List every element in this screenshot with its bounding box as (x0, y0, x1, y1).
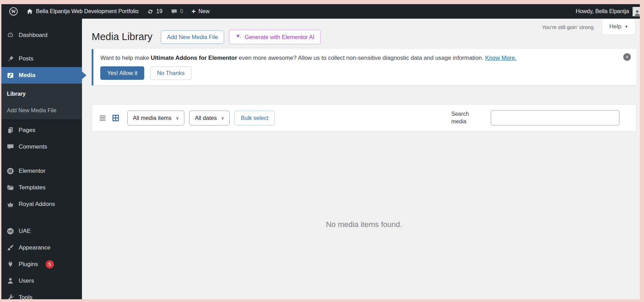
comments-menu[interactable]: 0 (167, 4, 187, 19)
new-label: New (199, 8, 210, 15)
folder-icon (7, 184, 14, 191)
plug-icon (7, 261, 14, 268)
howdy-label: Howdy, Bella Elpantja (576, 8, 629, 15)
media-filter-toolbar: All media items ∨ All dates ∨ Bulk selec… (92, 104, 636, 132)
sidebar-item-label: Appearance (19, 244, 50, 251)
site-name-label: Bella Elpantja Web Development Portfolio (36, 8, 139, 15)
allow-diagnostics-button[interactable]: Yes! Allow it (100, 66, 144, 80)
comment-icon (7, 143, 14, 151)
sidebar-item-posts[interactable]: Posts (1, 50, 82, 67)
help-label: Help (609, 23, 622, 30)
search-media-label: Search media (451, 110, 473, 126)
pages-icon (7, 126, 14, 134)
sidebar-item-label: Templates (19, 184, 45, 191)
close-icon[interactable]: ✕ (623, 53, 631, 61)
submenu-item-library[interactable]: Library (1, 88, 82, 100)
chevron-down-icon: ∨ (176, 115, 179, 121)
sidebar-item-uae[interactable]: U UAE (1, 223, 82, 239)
bulk-select-button[interactable]: Bulk select (234, 111, 275, 125)
chevron-down-icon: ▼ (625, 25, 628, 29)
generate-with-elementor-ai-button[interactable]: Generate with Elementor AI (229, 30, 321, 44)
main-content: You’re still goin’ strong Help ▼ Media L… (82, 19, 640, 299)
browser-viewport: W Bella Elpantja Web Development Portfol… (1, 4, 640, 299)
account-menu[interactable]: Howdy, Bella Elpantja (576, 4, 640, 19)
empty-library-message: No media items found. (92, 220, 636, 229)
search-media-group: Search media (451, 110, 630, 126)
know-more-link[interactable]: Know More. (485, 55, 517, 61)
media-icon (7, 72, 14, 79)
updates-menu[interactable]: 19 (143, 4, 167, 19)
svg-text:W: W (11, 9, 16, 14)
sparkle-icon (235, 33, 241, 41)
wordpress-menu[interactable]: W (5, 4, 22, 19)
sidebar-item-label: Posts (19, 55, 34, 62)
pushpin-icon (7, 55, 14, 63)
sidebar-item-tools[interactable]: Tools (1, 289, 82, 299)
sidebar-item-users[interactable]: Users (1, 273, 82, 289)
dropdown-value: All dates (195, 115, 217, 121)
sidebar-item-label: Comments (19, 143, 47, 150)
notice-text-part: Want to help make (100, 55, 151, 61)
add-new-media-file-button[interactable]: Add New Media File (161, 30, 224, 44)
avatar (633, 7, 640, 16)
submenu-item-add-new-media-file[interactable]: Add New Media File (1, 104, 82, 117)
search-media-input[interactable] (491, 110, 619, 125)
grid-view-icon[interactable] (111, 114, 120, 122)
sidebar-item-media[interactable]: Media (1, 67, 82, 84)
active-menu-arrow (82, 72, 86, 79)
site-name-link[interactable]: Bella Elpantja Web Development Portfolio (22, 4, 143, 19)
sidebar-item-plugins[interactable]: Plugins 5 (1, 256, 82, 273)
sidebar-item-label: Royal Addons (19, 201, 55, 208)
crown-icon (7, 200, 14, 208)
sidebar-item-label: Users (19, 277, 34, 284)
page-title: Media Library (92, 31, 153, 43)
sidebar-item-royal-addons[interactable]: Royal Addons (1, 196, 82, 213)
elementor-icon (7, 167, 14, 175)
sidebar-item-label: Media (19, 72, 35, 79)
comments-count: 0 (180, 8, 183, 15)
sidebar-item-label: Pages (19, 127, 35, 134)
sidebar-item-templates[interactable]: Templates (1, 179, 82, 196)
notice-text-part: even more awesome? Allow us to collect n… (237, 55, 485, 61)
sidebar-item-elementor[interactable]: Elementor (1, 163, 82, 179)
submenu-item-label: Library (7, 91, 26, 97)
plugins-update-badge: 5 (46, 260, 54, 268)
notice-text: Want to help make Ultimate Addons for El… (100, 55, 618, 62)
new-content-menu[interactable]: + New (187, 4, 213, 19)
dropdown-value: All media items (133, 115, 172, 121)
sidebar-item-comments[interactable]: Comments (1, 139, 82, 155)
list-view-icon[interactable] (98, 114, 107, 122)
dashboard-icon (7, 31, 14, 39)
sidebar-item-label: Dashboard (19, 32, 47, 39)
media-submenu: Library Add New Media File (1, 84, 82, 119)
user-icon (7, 277, 14, 285)
wordpress-logo-icon: W (9, 7, 18, 16)
sidebar-item-label: Plugins (19, 261, 38, 268)
notice-text-bold: Ultimate Addons for Elementor (151, 55, 237, 61)
date-filter-dropdown[interactable]: All dates ∨ (189, 111, 230, 125)
deny-diagnostics-button[interactable]: No Thanks (150, 66, 192, 80)
plus-icon: + (191, 8, 195, 15)
wp-admin-bar: W Bella Elpantja Web Development Portfol… (1, 4, 640, 19)
sidebar-item-dashboard[interactable]: Dashboard (1, 27, 82, 44)
sidebar-item-label: Elementor (19, 168, 45, 174)
updates-icon (147, 8, 154, 15)
sidebar-item-label: Tools (19, 294, 33, 299)
button-label: Add New Media File (167, 34, 218, 40)
uae-icon: U (7, 227, 14, 235)
sidebar-item-pages[interactable]: Pages (1, 122, 82, 139)
sidebar-item-label: UAE (19, 228, 31, 235)
session-note: You’re still goin’ strong (542, 24, 594, 30)
uae-diagnostic-notice: Want to help make Ultimate Addons for El… (92, 49, 636, 85)
help-tab[interactable]: Help ▼ (602, 19, 636, 35)
sidebar-item-appearance[interactable]: Appearance (1, 239, 82, 256)
updates-count: 19 (156, 8, 163, 15)
admin-sidebar: Dashboard Posts Media Library Add New (1, 19, 82, 299)
button-label: Generate with Elementor AI (245, 34, 314, 40)
comment-bubble-icon (171, 8, 177, 15)
svg-text:U: U (8, 229, 11, 233)
media-type-filter-dropdown[interactable]: All media items ∨ (127, 111, 184, 125)
page-header: Media Library Add New Media File Generat… (82, 19, 640, 44)
wrench-icon (7, 294, 14, 299)
home-icon (26, 8, 33, 15)
